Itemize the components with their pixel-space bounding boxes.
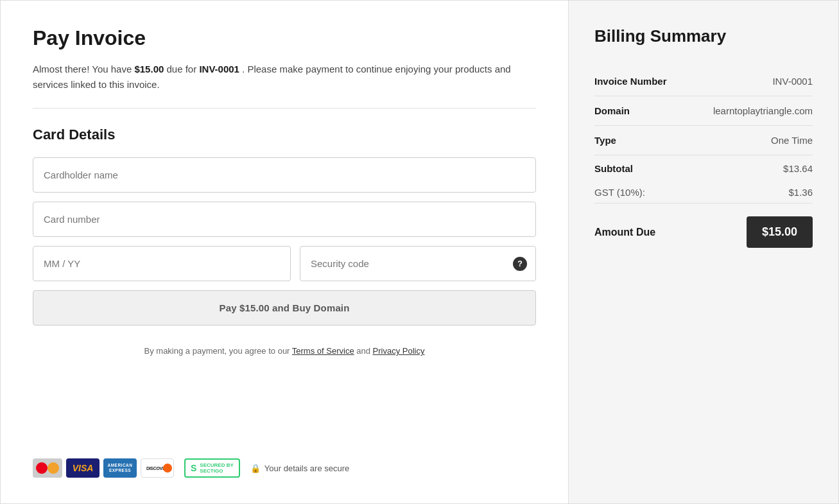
security-input[interactable] — [300, 246, 536, 281]
privacy-policy-link[interactable]: Privacy Policy — [373, 346, 425, 356]
gst-row: GST (10%): $1.36 — [594, 182, 813, 204]
terms-of-service-link[interactable]: Terms of Service — [292, 346, 354, 356]
type-label: Type — [594, 135, 616, 146]
footer-row: VISA AMERICAN EXPRESS DISCOVER S SECURED… — [33, 458, 536, 478]
intro-text: Almost there! You have $15.00 due for IN… — [33, 62, 536, 92]
security-help-icon[interactable]: ? — [513, 257, 527, 271]
sectigo-badge: S SECURED BY SECTIGO — [184, 458, 240, 478]
card-details-title: Card Details — [33, 126, 536, 143]
amount-due-label: Amount Due — [594, 227, 655, 238]
divider — [33, 108, 536, 109]
sectigo-text: SECURED BY SECTIGO — [200, 462, 233, 474]
intro-text-2: due for — [164, 64, 199, 74]
sectigo-line2: SECTIGO — [200, 468, 233, 474]
visa-logo: VISA — [66, 458, 99, 478]
amount-due-badge: $15.00 — [747, 216, 813, 248]
cardholder-input[interactable] — [33, 157, 536, 193]
terms-text-1: By making a payment, you agree to our — [144, 346, 292, 356]
sectigo-s-icon: S — [191, 463, 196, 473]
type-row: Type One Time — [594, 126, 813, 155]
sectigo-line1: SECURED BY — [200, 462, 233, 468]
expiry-input[interactable] — [33, 246, 291, 281]
type-value: One Time — [771, 135, 813, 146]
subtotal-row: Subtotal $13.64 — [594, 155, 813, 182]
domain-row: Domain learntoplaytriangle.com — [594, 96, 813, 126]
intro-text-1: Almost there! You have — [33, 64, 134, 74]
intro-amount: $15.00 — [134, 64, 164, 74]
amex-logo: AMERICAN EXPRESS — [103, 458, 137, 478]
gst-label: GST (10%): — [594, 187, 645, 198]
invoice-number-value: INV-0001 — [772, 76, 813, 87]
mastercard-logo — [33, 458, 62, 478]
secure-text-row: 🔒 Your details are secure — [250, 464, 350, 473]
cardholder-group — [33, 157, 536, 193]
page-title: Pay Invoice — [33, 26, 536, 50]
discover-logo: DISCOVER — [141, 458, 174, 478]
secure-text: Your details are secure — [264, 464, 350, 473]
intro-invoice: INV-0001 — [199, 64, 239, 74]
terms-text-2: and — [354, 346, 373, 356]
left-panel: Pay Invoice Almost there! You have $15.0… — [1, 1, 569, 503]
card-number-input[interactable] — [33, 202, 536, 237]
lock-icon: 🔒 — [250, 464, 261, 473]
domain-value: learntoplaytriangle.com — [713, 105, 813, 116]
pay-button[interactable]: Pay $15.00 and Buy Domain — [33, 290, 536, 326]
domain-label: Domain — [594, 105, 630, 116]
terms-text: By making a payment, you agree to our Te… — [33, 346, 536, 356]
gst-value: $1.36 — [788, 187, 813, 198]
amount-due-row: Amount Due $15.00 — [594, 204, 813, 248]
security-wrapper: ? — [300, 246, 536, 281]
right-panel: Billing Summary Invoice Number INV-0001 … — [569, 1, 838, 503]
invoice-number-label: Invoice Number — [594, 76, 667, 87]
card-logos: VISA AMERICAN EXPRESS DISCOVER — [33, 458, 174, 478]
subtotal-label: Subtotal — [594, 163, 633, 174]
subtotal-value: $13.64 — [783, 163, 813, 174]
billing-title: Billing Summary — [594, 26, 813, 46]
expiry-security-row: ? — [33, 246, 536, 281]
card-number-group — [33, 202, 536, 237]
invoice-number-row: Invoice Number INV-0001 — [594, 67, 813, 96]
pay-button-group: Pay $15.00 and Buy Domain — [33, 290, 536, 337]
